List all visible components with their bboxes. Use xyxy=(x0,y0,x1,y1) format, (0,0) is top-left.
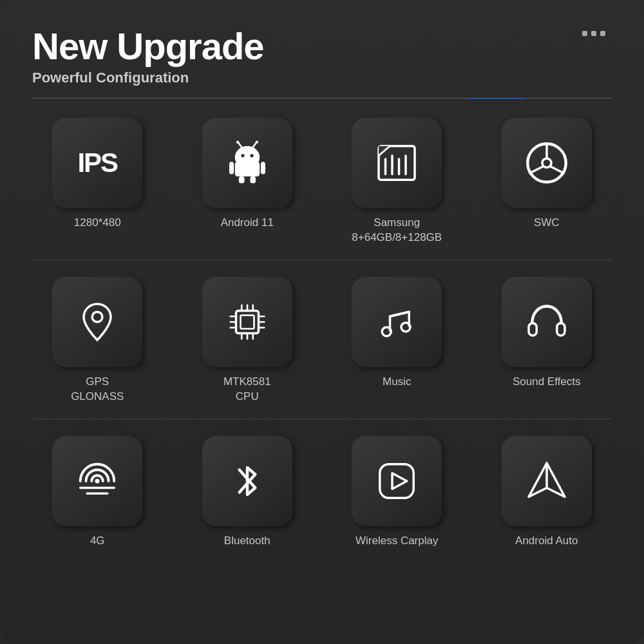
bluetooth-label: Bluetooth xyxy=(224,534,270,549)
gps-label: GPSGLONASS xyxy=(71,375,124,404)
svg-point-1 xyxy=(241,154,244,157)
signal-icon xyxy=(75,459,120,504)
menu-dot-3 xyxy=(600,31,605,36)
bluetooth-icon-box xyxy=(202,436,292,526)
4g-icon-box xyxy=(52,436,142,526)
svg-rect-5 xyxy=(261,162,265,174)
gps-icon xyxy=(75,299,120,345)
samsung-label: Samsung8+64GB/8+128GB xyxy=(352,216,442,245)
cpu-icon-box xyxy=(202,277,292,367)
headphones-icon xyxy=(524,299,569,345)
header-divider xyxy=(32,98,612,99)
features-row-1: IPS 1280*480 xyxy=(32,118,612,245)
svg-point-40 xyxy=(383,327,392,336)
feature-4g: 4G xyxy=(32,436,163,549)
menu-dots[interactable] xyxy=(582,31,605,36)
android-icon xyxy=(225,140,270,185)
memory-icon xyxy=(374,140,419,185)
android-auto-label: Android Auto xyxy=(515,534,578,549)
features-row-3: 4G Bluetooth Wireless Carplay xyxy=(32,436,612,549)
steering-icon xyxy=(524,140,569,185)
bluetooth-icon xyxy=(225,459,270,504)
section-divider-2 xyxy=(32,419,612,419)
svg-rect-3 xyxy=(235,162,260,176)
svg-line-23 xyxy=(550,166,564,173)
feature-android: Android 11 xyxy=(182,118,313,245)
sound-effects-label: Sound Effects xyxy=(513,375,581,390)
feature-swc: SWC xyxy=(482,118,612,245)
section-divider-1 xyxy=(32,260,612,260)
svg-point-9 xyxy=(236,140,239,143)
header: New Upgrade Powerful Configuration xyxy=(32,26,612,86)
androidauto-icon xyxy=(524,459,569,504)
feature-samsung: Samsung8+64GB/8+128GB xyxy=(332,118,462,245)
cpu-label: MTK8581CPU xyxy=(223,375,271,404)
android-auto-icon-box xyxy=(502,436,592,526)
samsung-icon-box xyxy=(352,118,442,208)
svg-point-41 xyxy=(401,323,410,332)
cpu-icon xyxy=(225,299,270,345)
android-icon-box xyxy=(202,118,292,208)
swc-label: SWC xyxy=(534,216,560,231)
feature-gps: GPSGLONASS xyxy=(32,277,163,404)
svg-rect-43 xyxy=(557,323,565,335)
ips-icon: IPS xyxy=(77,147,117,178)
svg-rect-25 xyxy=(236,310,258,333)
features-row-2: GPSGLONASS xyxy=(32,277,612,404)
svg-rect-42 xyxy=(529,323,536,335)
swc-icon-box xyxy=(502,118,592,208)
svg-point-44 xyxy=(95,478,100,483)
music-label: Music xyxy=(383,375,411,390)
gps-icon-box xyxy=(52,277,142,367)
svg-rect-7 xyxy=(250,176,256,184)
carplay-label: Wireless Carplay xyxy=(355,534,438,549)
svg-marker-48 xyxy=(392,473,407,489)
svg-point-24 xyxy=(92,312,102,322)
sound-icon-box xyxy=(502,277,592,367)
4g-label: 4G xyxy=(90,534,105,549)
menu-dot-2 xyxy=(591,31,596,36)
page-title: New Upgrade xyxy=(32,26,612,67)
android-label: Android 11 xyxy=(221,216,274,231)
music-icon-box xyxy=(352,277,442,367)
carplay-icon-box xyxy=(352,436,442,526)
svg-point-2 xyxy=(250,154,253,157)
svg-line-22 xyxy=(530,166,544,173)
page-subtitle: Powerful Configuration xyxy=(32,70,612,86)
svg-rect-6 xyxy=(239,176,245,184)
feature-bluetooth: Bluetooth xyxy=(182,436,313,549)
ips-icon-box: IPS xyxy=(52,118,142,208)
feature-music: Music xyxy=(332,277,462,404)
feature-android-auto: Android Auto xyxy=(482,436,612,549)
music-icon xyxy=(374,299,419,345)
main-container: New Upgrade Powerful Configuration IPS 1… xyxy=(0,0,644,644)
svg-line-10 xyxy=(253,142,256,147)
feature-cpu: MTK8581CPU xyxy=(182,277,313,404)
svg-point-11 xyxy=(255,140,258,143)
svg-rect-47 xyxy=(380,464,414,498)
svg-rect-26 xyxy=(240,315,254,328)
carplay-icon xyxy=(374,459,419,504)
svg-line-39 xyxy=(390,312,410,316)
ips-label: 1280*480 xyxy=(74,216,121,231)
menu-dot-1 xyxy=(582,31,587,36)
svg-line-8 xyxy=(238,142,242,147)
feature-sound-effects: Sound Effects xyxy=(482,277,612,404)
svg-rect-4 xyxy=(229,162,234,174)
feature-carplay: Wireless Carplay xyxy=(332,436,462,549)
feature-ips: IPS 1280*480 xyxy=(32,118,163,245)
